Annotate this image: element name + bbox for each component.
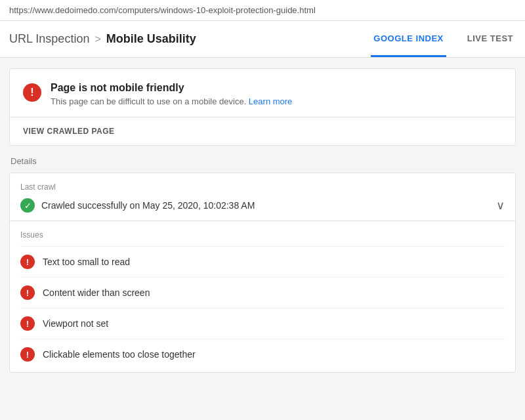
breadcrumb: URL Inspection > Mobile Usability (9, 32, 196, 46)
view-crawled-button[interactable]: VIEW CRAWLED PAGE (10, 117, 515, 145)
issue-text-2: Content wider than screen (43, 287, 150, 298)
crawl-text: Crawled successfully on May 25, 2020, 10… (41, 200, 255, 211)
learn-more-link[interactable]: Learn more (249, 96, 292, 106)
status-card: ! Page is not mobile friendly This page … (9, 68, 516, 146)
breadcrumb-parent[interactable]: URL Inspection (9, 32, 89, 46)
issue-row-4: ! Clickable elements too close together (20, 339, 505, 369)
status-title: Page is not mobile friendly (51, 82, 292, 94)
crawl-label: Last crawl (20, 182, 505, 192)
tabs-container: GOOGLE INDEX LIVE TEST (371, 21, 516, 57)
issue-row-2: ! Content wider than screen (20, 277, 505, 308)
issue-error-icon-4: ! (20, 347, 35, 362)
issue-error-icon-3: ! (20, 316, 35, 331)
chevron-icon[interactable]: ∨ (496, 198, 505, 213)
url-bar: https://www.dedoimedo.com/computers/wind… (0, 0, 525, 21)
issues-section: Issues ! Text too small to read ! Conten… (10, 221, 515, 372)
crawl-section: Last crawl ✓ Crawled successfully on May… (10, 173, 515, 220)
status-row: ! Page is not mobile friendly This page … (10, 69, 515, 117)
details-label: Details (9, 156, 516, 166)
issue-text-3: Viewport not set (43, 318, 108, 329)
issue-row-1: ! Text too small to read (20, 246, 505, 277)
issue-text-1: Text too small to read (43, 257, 130, 267)
breadcrumb-current: Mobile Usability (106, 32, 196, 46)
issues-label: Issues (20, 230, 505, 240)
main-content: ! Page is not mobile friendly This page … (0, 58, 525, 383)
issue-row-3: ! Viewport not set (20, 308, 505, 339)
issue-error-icon-2: ! (20, 285, 35, 300)
detail-card: Last crawl ✓ Crawled successfully on May… (9, 173, 516, 373)
error-icon: ! (23, 83, 41, 102)
header: URL Inspection > Mobile Usability GOOGLE… (0, 21, 525, 58)
issue-text-4: Clickable elements too close together (43, 349, 196, 360)
status-description: This page can be difficult to use on a m… (51, 96, 292, 106)
tab-google-index[interactable]: GOOGLE INDEX (371, 21, 446, 57)
tab-live-test[interactable]: LIVE TEST (465, 21, 516, 57)
url-text: https://www.dedoimedo.com/computers/wind… (9, 5, 316, 15)
success-icon: ✓ (20, 198, 35, 213)
status-text: Page is not mobile friendly This page ca… (51, 82, 292, 106)
crawl-row: ✓ Crawled successfully on May 25, 2020, … (20, 198, 505, 213)
breadcrumb-separator: > (94, 33, 100, 45)
crawl-info: ✓ Crawled successfully on May 25, 2020, … (20, 198, 255, 213)
issue-error-icon-1: ! (20, 255, 35, 269)
